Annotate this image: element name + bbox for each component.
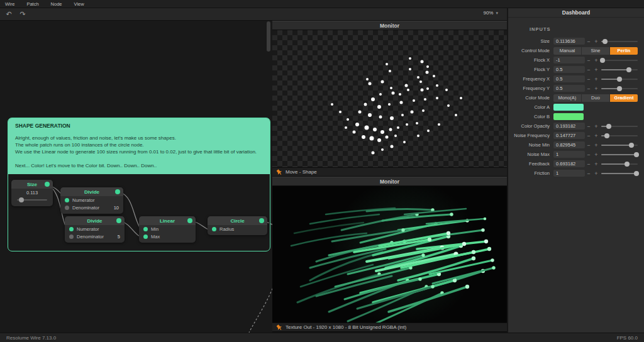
segment-option-perlin[interactable]: Perlin	[610, 47, 638, 55]
slider-knob[interactable]	[626, 67, 631, 72]
segment-option-duo[interactable]: Duo	[582, 94, 610, 102]
output-port-dot[interactable]	[45, 182, 50, 187]
particle-dot	[390, 116, 394, 120]
move-shape-bar[interactable]: Move - Shape	[272, 167, 507, 177]
slider-knob[interactable]	[634, 171, 639, 176]
slider-knob[interactable]	[617, 86, 622, 91]
value-slider[interactable]	[601, 75, 638, 82]
value-slider[interactable]	[601, 66, 638, 73]
menu-wire[interactable]: Wire	[5, 1, 14, 7]
slider-knob[interactable]	[600, 58, 605, 63]
input-port-dot[interactable]	[69, 227, 74, 231]
decrement-button[interactable]: −	[585, 152, 592, 158]
decrement-button[interactable]: −	[585, 161, 592, 167]
slider-knob[interactable]	[604, 133, 609, 138]
decrement-button[interactable]: −	[585, 67, 592, 73]
value-field[interactable]: 0.147727	[553, 132, 585, 139]
increment-button[interactable]: +	[592, 170, 600, 177]
value-slider[interactable]	[601, 151, 638, 158]
value-field[interactable]: 0.5	[553, 66, 585, 73]
increment-button[interactable]: +	[592, 76, 600, 82]
menu-node[interactable]: Node	[51, 1, 62, 7]
output-port-dot[interactable]	[187, 218, 192, 223]
increment-button[interactable]: +	[592, 86, 600, 92]
output-port-dot[interactable]	[116, 218, 121, 223]
particle-dot	[379, 93, 382, 96]
menu-view[interactable]: View	[74, 1, 84, 7]
dashboard-row-noise-min: Noise Min0.829545−+	[508, 140, 644, 150]
slider-knob[interactable]	[617, 77, 622, 82]
increment-button[interactable]: +	[592, 142, 600, 148]
increment-button[interactable]: +	[592, 123, 600, 130]
input-port-dot[interactable]	[65, 198, 69, 202]
value-slider[interactable]	[601, 85, 638, 92]
input-port-dot[interactable]	[143, 234, 148, 239]
increment-button[interactable]: +	[592, 161, 600, 167]
value-field[interactable]: 0.193182	[553, 123, 585, 130]
value-field[interactable]: 0.693182	[553, 160, 585, 167]
redo-icon[interactable]: ↷	[18, 10, 28, 18]
increment-button[interactable]: +	[592, 133, 600, 139]
decrement-button[interactable]: −	[585, 86, 592, 92]
monitor-bottom-header[interactable]: Monitor	[272, 177, 507, 186]
value-slider[interactable]	[601, 141, 638, 148]
increment-button[interactable]: +	[592, 67, 600, 73]
canvas-scrollbar-thumb[interactable]	[267, 21, 270, 52]
value-slider[interactable]	[601, 38, 638, 45]
value-slider[interactable]	[601, 123, 638, 130]
value-field[interactable]: 0.113636	[553, 38, 585, 45]
segment-option-mono-a-[interactable]: Mono(A)	[553, 94, 582, 102]
input-port-dot[interactable]	[143, 227, 148, 231]
value-field[interactable]: -1	[553, 57, 585, 63]
input-port-dot[interactable]	[69, 234, 74, 239]
node-size-0[interactable]: Size0.113	[11, 180, 53, 206]
increment-button[interactable]: +	[592, 152, 600, 158]
decrement-button[interactable]: −	[585, 123, 592, 130]
slider-knob[interactable]	[629, 143, 634, 148]
monitor-top-header[interactable]: Monitor	[272, 21, 507, 30]
decrement-button[interactable]: −	[585, 38, 592, 45]
increment-button[interactable]: +	[592, 57, 600, 63]
input-port-dot[interactable]	[212, 227, 216, 231]
value-field[interactable]: 1	[553, 151, 585, 158]
value-field[interactable]: 0.829545	[553, 141, 585, 148]
node-divide-1[interactable]: DivideNumeratorDenominator10	[60, 187, 123, 214]
decrement-button[interactable]: −	[585, 170, 592, 177]
menu-patch[interactable]: Patch	[26, 1, 38, 7]
decrement-button[interactable]: −	[585, 133, 592, 139]
particle-dot	[386, 63, 388, 65]
color-swatch[interactable]	[553, 104, 584, 111]
segment-option-manual[interactable]: Manual	[553, 47, 582, 55]
color-swatch[interactable]	[553, 113, 584, 120]
slider-knob[interactable]	[634, 152, 639, 157]
value-slider[interactable]	[601, 132, 638, 139]
node-linear-3[interactable]: LinearMinMax	[139, 216, 196, 243]
value-slider[interactable]	[601, 160, 638, 167]
increment-button[interactable]: +	[592, 38, 600, 45]
slider-knob[interactable]	[625, 162, 630, 167]
value-field[interactable]: 0.5	[553, 85, 585, 92]
decrement-button[interactable]: −	[585, 76, 592, 82]
node-circle-4[interactable]: CircleRadius	[208, 216, 267, 235]
node-slider-knob[interactable]	[19, 197, 24, 202]
undo-icon[interactable]: ↶	[4, 10, 14, 18]
segment-option-gradient[interactable]: Gradient	[610, 94, 638, 102]
zoom-level-dropdown[interactable]: 90% ▾	[483, 10, 498, 16]
decrement-button[interactable]: −	[585, 142, 592, 148]
output-port-dot[interactable]	[115, 189, 120, 194]
value-field[interactable]: 1	[553, 170, 585, 177]
texture-out-bar[interactable]: Texture Out - 1920 x 1080 - 8 Bit Unsign…	[272, 323, 507, 332]
segment-option-sine[interactable]: Sine	[582, 47, 610, 55]
value-slider[interactable]	[601, 57, 638, 63]
node-slider[interactable]	[17, 196, 47, 204]
decrement-button[interactable]: −	[585, 57, 592, 63]
status-bar: Resolume Wire 7.13.0 FPS 60.0	[0, 333, 644, 342]
value-field[interactable]: 0.5	[553, 75, 585, 82]
input-port-dot[interactable]	[65, 206, 69, 210]
node-divide-2[interactable]: DivideNumeratorDenominator5	[65, 216, 125, 243]
slider-knob[interactable]	[606, 124, 611, 129]
output-port-dot[interactable]	[259, 218, 264, 223]
dashboard-row-color-opacity: Color Opacity0.193182−+	[508, 121, 644, 131]
slider-knob[interactable]	[602, 39, 608, 44]
value-slider[interactable]	[601, 170, 638, 177]
